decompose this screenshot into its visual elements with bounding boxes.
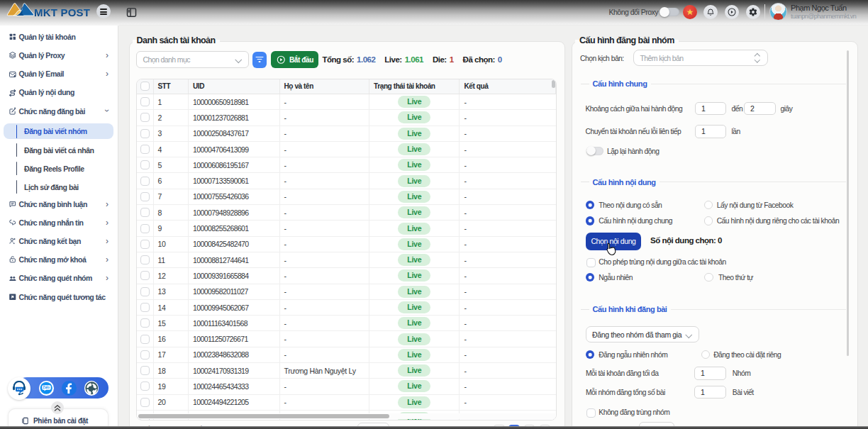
svg-text:Zalo: Zalo — [43, 386, 50, 390]
